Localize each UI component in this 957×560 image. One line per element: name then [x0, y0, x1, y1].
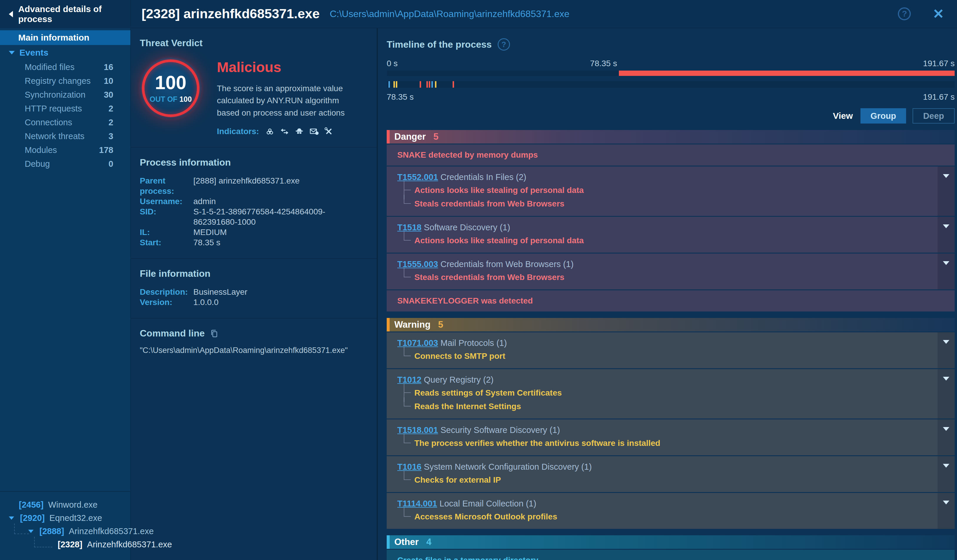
technique-id-link[interactable]: T1016 — [397, 462, 422, 472]
info-label: Description: — [140, 287, 193, 297]
sidebar-item-debug[interactable]: Debug0 — [0, 157, 130, 171]
process-information-title: Process information — [140, 157, 368, 168]
back-header[interactable]: Advanced details of process — [0, 0, 130, 28]
help-icon[interactable]: ? — [898, 7, 911, 20]
expand-button[interactable] — [938, 332, 955, 368]
event-count: 178 — [99, 145, 113, 155]
timeline-help-icon[interactable]: ? — [497, 38, 510, 50]
process-path-link[interactable]: C:\Users\admin\AppData\Roaming\arinzehfk… — [330, 8, 569, 19]
technique-card-T1555.003: T1555.003 Credentials from Web Browsers … — [387, 254, 955, 289]
sidebar-item-network-threats[interactable]: Network threats3 — [0, 129, 130, 143]
technique-id-link[interactable]: T1555.003 — [397, 259, 438, 269]
event-count: 16 — [104, 62, 113, 72]
sidebar-nav: Main information Events Modified files16… — [0, 28, 130, 171]
timeline-title: Timeline of the process — [387, 39, 492, 50]
sidebar-main-label: Main information — [18, 33, 90, 43]
expand-button[interactable] — [938, 166, 955, 216]
process-pid: [2920] — [20, 513, 45, 523]
sidebar-item-events[interactable]: Events — [0, 45, 130, 60]
info-row: IL:MEDIUM — [140, 227, 368, 237]
sidebar-item-modules[interactable]: Modules178 — [0, 143, 130, 157]
section-header-danger[interactable]: Danger5 — [387, 130, 955, 144]
expand-button[interactable] — [938, 369, 955, 418]
event-tick — [388, 81, 390, 88]
events-label: Events — [19, 47, 48, 58]
process-tree-item[interactable]: [2888]Arinzehfkd685371.exe — [0, 525, 130, 538]
svg-text:!: ! — [317, 132, 317, 135]
info-value: 1.0.0.0 — [193, 297, 219, 308]
event-label: Registry changes — [25, 76, 91, 86]
info-row: Start:78.35 s — [140, 237, 368, 248]
file-information-title: File information — [140, 268, 368, 279]
detection-note: SNAKEKEYLOGGER was detected — [387, 290, 955, 311]
info-label: Start: — [140, 237, 193, 248]
event-label: Modules — [25, 145, 57, 155]
section-header-warning[interactable]: Warning5 — [387, 318, 955, 331]
technique-title: T1518.001 Security Software Discovery (1… — [397, 425, 928, 435]
sidebar-item-http-requests[interactable]: HTTP requests2 — [0, 102, 130, 115]
sidebar-item-main-information[interactable]: Main information — [0, 30, 130, 45]
score-value: 100 — [155, 73, 186, 92]
process-tree-item[interactable]: [2328]Arinzehfkd685371.exe — [0, 538, 130, 551]
technique-card-T1071.003: T1071.003 Mail Protocols (1)Connects to … — [387, 332, 955, 368]
expand-button[interactable] — [938, 420, 955, 455]
command-line-value: "C:\Users\admin\AppData\Roaming\arinzehf… — [140, 346, 368, 355]
process-information-rows: Parent process:[2888] arinzehfkd685371.e… — [140, 175, 368, 248]
back-arrow-icon — [9, 11, 13, 17]
copy-icon[interactable] — [210, 329, 219, 338]
technique-id-link[interactable]: T1114.001 — [397, 499, 437, 508]
verdict-label: Malicious — [217, 59, 349, 75]
event-tick — [420, 81, 421, 88]
chevron-down-icon — [28, 530, 33, 533]
technique-item: The process verifies whether the antivir… — [397, 438, 928, 449]
process-tree-item[interactable]: [2920]Eqnedt32.exe — [0, 511, 130, 525]
technique-id-link[interactable]: T1552.001 — [397, 172, 438, 182]
sidebar-item-synchronization[interactable]: Synchronization30 — [0, 88, 130, 102]
chevron-down-icon — [943, 427, 949, 431]
sidebar-item-connections[interactable]: Connections2 — [0, 115, 130, 129]
technique-name: Security Software Discovery (1) — [438, 425, 560, 435]
sidebar-spacer — [0, 171, 130, 491]
info-label: IL: — [140, 227, 193, 237]
deep-view-button[interactable]: Deep — [913, 108, 955, 123]
info-value: BusinessLayer — [193, 287, 248, 297]
section-warning: Warning5T1071.003 Mail Protocols (1)Conn… — [387, 318, 955, 529]
technique-name: System Network Configuration Discovery (… — [422, 462, 592, 472]
expand-button[interactable] — [938, 493, 955, 529]
group-view-button[interactable]: Group — [861, 108, 906, 123]
expand-button[interactable] — [938, 456, 955, 492]
info-row: SID:S-1-5-21-3896776584-4254864009-86239… — [140, 207, 368, 227]
mail-alert-icon: ! — [309, 126, 319, 136]
process-tree-item[interactable]: [2456]Winword.exe — [0, 498, 130, 511]
main-area: [2328] arinzehfkd685371.exe C:\Users\adm… — [131, 0, 957, 560]
process-name: Eqnedt32.exe — [49, 513, 102, 523]
technique-item: Reads the Internet Settings — [397, 401, 928, 412]
technique-card-T1012: T1012 Query Registry (2)Reads settings o… — [387, 369, 955, 418]
threat-sections: Danger5SNAKE detected by memory dumpsT15… — [387, 130, 955, 560]
technique-item: Accesses Microsoft Outlook profiles — [397, 511, 928, 522]
scale-mid-label: 78.35 s — [590, 59, 617, 68]
technique-id-link[interactable]: T1518.001 — [397, 425, 438, 435]
detection-note: SNAKE detected by memory dumps — [387, 144, 955, 166]
sidebar-item-registry-changes[interactable]: Registry changes10 — [0, 74, 130, 88]
technique-card-T1518: T1518 Software Discovery (1)Actions look… — [387, 217, 955, 252]
technique-id-link[interactable]: T1012 — [397, 375, 422, 385]
chevron-down-icon — [943, 340, 949, 344]
timeline-overview-bar[interactable] — [387, 71, 955, 76]
section-title: Danger — [394, 131, 426, 142]
technique-item: Actions looks like stealing of personal … — [397, 235, 928, 246]
section-header-other[interactable]: Other4 — [387, 535, 955, 549]
detail-panel: Threat Verdict 100 OUT OF 100 — [131, 28, 378, 560]
sidebar-item-modified-files[interactable]: Modified files16 — [0, 60, 130, 74]
close-icon[interactable]: ✕ — [933, 7, 944, 21]
technique-card-T1552.001: T1552.001 Credentials In Files (2)Action… — [387, 166, 955, 216]
technique-id-link[interactable]: T1071.003 — [397, 338, 438, 348]
titlebar: [2328] arinzehfkd685371.exe C:\Users\adm… — [131, 0, 957, 28]
technique-id-link[interactable]: T1518 — [397, 222, 422, 232]
expand-button[interactable] — [938, 217, 955, 252]
expand-button[interactable] — [938, 254, 955, 289]
technique-title: T1555.003 Credentials from Web Browsers … — [397, 259, 928, 270]
timeline-events-bar[interactable] — [387, 81, 955, 88]
timeline-scale-bottom: 78.35 s 191.67 s — [387, 92, 955, 102]
detection-note: Create files in a temporary directory — [387, 550, 955, 560]
